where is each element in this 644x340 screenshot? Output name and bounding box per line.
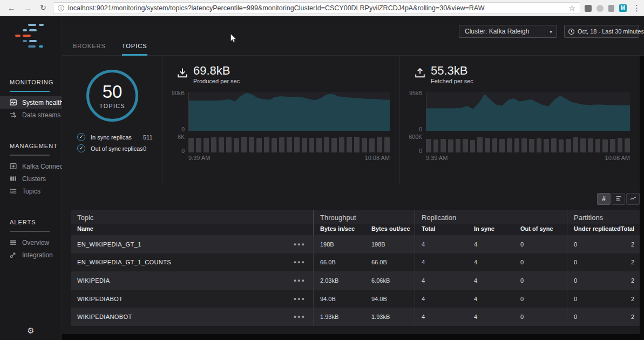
sidebar-item-integration[interactable]: Integration <box>0 249 62 261</box>
sidebar-item-data-streams[interactable]: Data streams <box>0 109 62 121</box>
extension-icon-m[interactable]: M <box>619 4 627 12</box>
integration-icon <box>10 251 18 258</box>
cell-bytes_in: 198B <box>313 235 365 254</box>
cell-bytes_out: 6.06kB <box>365 271 415 290</box>
axis-tick-label: 0 <box>181 148 185 154</box>
sidebar-item-label: Clusters <box>22 175 46 183</box>
time-range-selector[interactable]: Oct, 18 - Last 30 minutes <box>564 25 639 38</box>
bar <box>264 137 269 152</box>
bar <box>529 139 534 152</box>
settings-gear-icon[interactable]: ⚙ <box>27 326 34 336</box>
chart-metric-value: 69.8kB <box>193 64 240 77</box>
cluster-selector-label: Cluster: Kafka Raleigh <box>465 28 529 35</box>
kafka-connect-icon <box>10 163 18 170</box>
table-row[interactable]: EN_WIKIPEDIA_GT_1 ●●● 198B198B44002 <box>71 235 640 254</box>
bar <box>433 139 439 152</box>
legend-row: ✓ In sync replicas 511 <box>77 131 166 143</box>
chart-metric-label: Produced per sec <box>193 78 240 84</box>
line-icon <box>630 195 636 203</box>
checkbox-checked-icon[interactable]: ✓ <box>77 144 85 152</box>
url-text: localhost:9021/monitoring/system/topics?… <box>68 4 565 12</box>
x-axis-start: 9:39 AM <box>188 155 210 161</box>
fetched-chart-section: 55.3kB Fetched per sec 95kB 0 600K 0 9:3… <box>399 56 640 184</box>
table-row[interactable]: WIKIPEDIABOT ●●● 94.0B94.0B44002 <box>71 290 640 308</box>
axis-tick-label: 6K <box>178 134 185 140</box>
address-bar[interactable]: i localhost:9021/monitoring/system/topic… <box>53 2 580 14</box>
topics-icon <box>10 188 18 195</box>
produced-chart-section: 69.8kB Produced per sec 90kB 0 6K 0 9:39… <box>162 56 399 184</box>
cell-partitions_total: 2 <box>613 290 640 308</box>
logo-dash <box>29 40 37 42</box>
table-group-header: Topic <box>71 210 313 224</box>
list-view-button[interactable] <box>612 193 625 205</box>
row-actions-icon[interactable]: ●●● <box>294 259 306 265</box>
bar <box>241 137 247 152</box>
sidebar-item-topics[interactable]: Topics <box>0 185 62 197</box>
row-actions-icon[interactable]: ●●● <box>294 314 306 319</box>
area-chart <box>188 92 390 131</box>
sidebar-item-label: Integration <box>22 251 53 259</box>
bar <box>226 137 232 152</box>
tab-brokers[interactable]: BROKERS <box>73 43 106 56</box>
extension-icon-bin[interactable] <box>608 5 614 12</box>
cell-bytes_in: 66.0B <box>313 254 365 272</box>
table-column-header: Bytes in/sec <box>313 224 365 235</box>
logo-dash <box>23 29 27 31</box>
bar <box>234 138 239 152</box>
table-row[interactable]: EN_WIKIPEDIA_GT_1_COUNTS ●●● 66.0B66.0B4… <box>71 254 640 272</box>
bar <box>188 138 194 152</box>
grid-view-button[interactable]: # <box>597 193 611 205</box>
table-row[interactable]: WIKIPEDIANOBOT ●●● 1.93kB1.93kB44002 <box>71 308 640 326</box>
table-column-header: Out of sync <box>514 224 567 235</box>
table-group-header: Partitions <box>567 210 640 224</box>
cluster-selector[interactable]: Cluster: Kafka Raleigh ▾ <box>459 25 557 38</box>
sidebar-item-clusters[interactable]: Clusters <box>0 172 62 185</box>
page-info-icon[interactable]: i <box>58 5 64 11</box>
nav-section-monitoring: MONITORING System healthData streams <box>0 79 62 121</box>
table-header: TopicThroughputReplicationPartitions Nam… <box>71 210 640 235</box>
extension-icon-circle[interactable] <box>596 5 604 12</box>
bar <box>595 139 601 152</box>
axis-tick-label: 0 <box>181 126 185 132</box>
main-content: BROKERSTOPICS Cluster: Kafka Raleigh ▾ O… <box>62 16 644 340</box>
nav-section-title: ALERTS <box>0 219 62 225</box>
reload-button[interactable]: ↻ <box>40 0 46 16</box>
sidebar-item-overview[interactable]: Overview <box>0 236 62 249</box>
bookmark-star-icon[interactable]: ☆ <box>568 4 575 12</box>
row-actions-icon[interactable]: ●●● <box>294 296 306 302</box>
upload-icon <box>414 67 426 81</box>
axis-tick-label: 0 <box>419 148 422 154</box>
system-health-icon <box>10 99 18 106</box>
bar <box>440 139 446 152</box>
bar <box>369 138 375 152</box>
row-actions-icon[interactable]: ●●● <box>294 242 306 247</box>
sidebar: MONITORING System healthData streamsMANA… <box>0 16 62 340</box>
checkbox-checked-icon[interactable]: ✓ <box>77 133 85 141</box>
table-row[interactable]: WIKIPEDIA ●●● 2.03kB6.06kB44002 <box>71 271 640 290</box>
row-actions-icon[interactable]: ●●● <box>294 278 306 283</box>
cell-bytes_out: 94.0B <box>365 290 415 308</box>
axis-tick-label: 90kB <box>172 90 185 96</box>
cell-bytes_out: 66.0B <box>365 254 415 272</box>
legend-row: ✓ Out of sync replicas 0 <box>77 143 166 154</box>
cell-under_replicated: 0 <box>567 254 613 272</box>
tab-topics[interactable]: TOPICS <box>122 43 147 56</box>
bar <box>339 137 344 152</box>
overview-icon <box>10 239 18 246</box>
topic-name: WIKIPEDIA <box>77 277 110 284</box>
sidebar-item-kafka-connect[interactable]: Kafka Connect <box>0 160 62 172</box>
cell-bytes_in: 2.03kB <box>313 271 365 290</box>
trend-view-button[interactable] <box>626 193 640 205</box>
back-button[interactable]: ← <box>8 0 16 16</box>
cell-in_sync: 4 <box>467 308 514 326</box>
forward-button[interactable]: → <box>24 0 32 16</box>
logo-dash <box>29 29 37 31</box>
table-column-header: Bytes out/sec <box>365 224 415 235</box>
legend-value: 0 <box>143 145 146 152</box>
browser-menu-icon[interactable]: ⋮ <box>633 3 641 13</box>
sidebar-item-system-health[interactable]: System health <box>0 96 62 109</box>
extension-icon-square[interactable] <box>585 5 592 12</box>
bar <box>580 138 586 152</box>
bar <box>521 138 527 152</box>
area-y-axis: 90kB 0 <box>165 92 188 131</box>
